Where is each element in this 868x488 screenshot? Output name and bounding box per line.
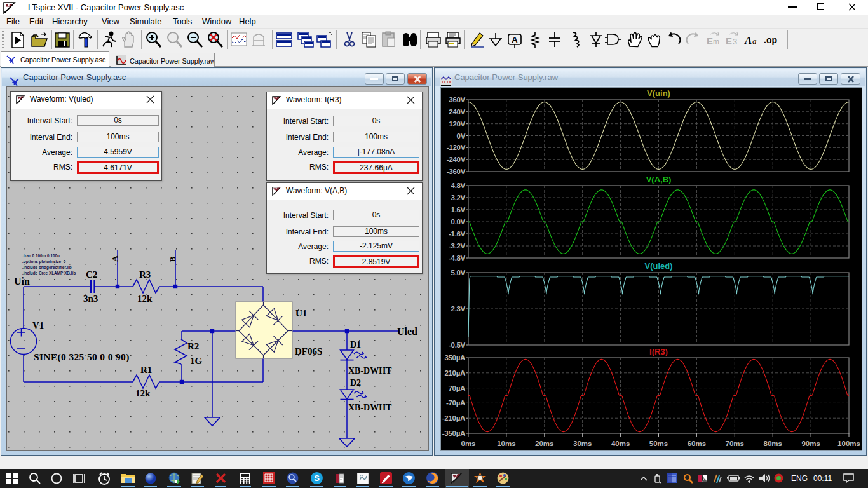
- svg-text:U1: U1: [295, 308, 307, 318]
- svg-text:12k: 12k: [135, 388, 151, 398]
- svg-text:-1.6V: -1.6V: [449, 230, 466, 238]
- svg-text:1.6V: 1.6V: [451, 206, 466, 214]
- svg-text:-0.5V: -0.5V: [449, 341, 466, 349]
- svg-text:50ms: 50ms: [649, 440, 668, 447]
- svg-text:V(uin): V(uin): [647, 88, 670, 98]
- svg-text:R1: R1: [140, 365, 152, 375]
- svg-text:.op: .op: [764, 35, 777, 45]
- svg-text:360V: 360V: [449, 96, 465, 104]
- svg-text:1G: 1G: [190, 356, 203, 366]
- svg-text:0ms: 0ms: [461, 440, 475, 447]
- svg-text:210µA: 210µA: [444, 369, 465, 377]
- svg-text:I(R3): I(R3): [649, 347, 668, 356]
- svg-text:-210µA: -210µA: [442, 414, 465, 422]
- svg-text:0V: 0V: [457, 132, 466, 140]
- svg-text:100ms: 100ms: [837, 440, 860, 447]
- svg-text:B: B: [168, 256, 177, 262]
- svg-text:3: 3: [733, 37, 737, 46]
- svg-text:V1: V1: [32, 320, 44, 330]
- svg-text:A: A: [512, 35, 518, 44]
- svg-text:Uled: Uled: [397, 326, 417, 337]
- svg-text:.options plotwinsize=0: .options plotwinsize=0: [22, 259, 66, 264]
- svg-text:D1: D1: [350, 340, 361, 349]
- svg-text:R2: R2: [187, 341, 199, 351]
- svg-text:3n3: 3n3: [83, 294, 98, 304]
- svg-text:V(A,B): V(A,B): [646, 175, 672, 184]
- svg-text:m: m: [713, 37, 719, 46]
- svg-text:.include bridgerectifier.lib: .include bridgerectifier.lib: [22, 265, 72, 270]
- svg-text:.include Cree XLAMP XB.lib: .include Cree XLAMP XB.lib: [22, 271, 76, 275]
- svg-text:70µA: 70µA: [448, 384, 465, 392]
- svg-text:-3.2V: -3.2V: [449, 242, 466, 250]
- svg-text:10ms: 10ms: [497, 440, 515, 447]
- svg-text:-240V: -240V: [447, 156, 466, 163]
- svg-text:70ms: 70ms: [726, 440, 744, 447]
- svg-text:E: E: [726, 36, 732, 46]
- svg-text:S: S: [314, 473, 320, 483]
- svg-text:30ms: 30ms: [573, 440, 592, 447]
- svg-text:12k: 12k: [137, 294, 153, 304]
- svg-text:-360V: -360V: [447, 168, 466, 175]
- svg-text:C2: C2: [86, 269, 97, 280]
- svg-text:XB-DWHT: XB-DWHT: [348, 366, 392, 376]
- svg-text:-4.8V: -4.8V: [449, 254, 466, 262]
- svg-text:4.8V: 4.8V: [451, 182, 466, 189]
- svg-text:DF06S: DF06S: [295, 346, 322, 356]
- svg-text:240V: 240V: [449, 108, 465, 116]
- svg-text:-120V: -120V: [447, 144, 466, 151]
- svg-text:A: A: [110, 255, 119, 262]
- svg-text:.tran 0 100m 0 100u: .tran 0 100m 0 100u: [22, 254, 60, 258]
- svg-text:R3: R3: [139, 269, 151, 280]
- svg-text:60ms: 60ms: [688, 440, 706, 447]
- svg-text:350µA: 350µA: [444, 354, 465, 362]
- svg-text:-350µA: -350µA: [442, 430, 465, 437]
- svg-text:2.3V: 2.3V: [451, 305, 466, 313]
- svg-text:40ms: 40ms: [611, 440, 630, 447]
- svg-text:80ms: 80ms: [763, 440, 782, 447]
- svg-text:20ms: 20ms: [535, 440, 553, 447]
- svg-text:Uin: Uin: [14, 276, 30, 287]
- svg-text:V(uled): V(uled): [644, 261, 672, 271]
- svg-text:E: E: [707, 36, 713, 46]
- svg-text:SINE(0 325 50 0 0 90): SINE(0 325 50 0 0 90): [34, 351, 130, 363]
- svg-text:120V: 120V: [449, 120, 465, 128]
- svg-text:A: A: [744, 34, 752, 46]
- svg-text:5.0V: 5.0V: [451, 269, 466, 276]
- svg-text:0.0V: 0.0V: [451, 218, 466, 226]
- svg-text:90ms: 90ms: [801, 440, 820, 447]
- svg-text:D2: D2: [350, 378, 361, 388]
- svg-text:a: a: [752, 36, 757, 46]
- svg-text:3.2V: 3.2V: [451, 194, 466, 201]
- svg-text:XB-DWHT: XB-DWHT: [348, 403, 392, 412]
- svg-text:-70µA: -70µA: [446, 399, 465, 407]
